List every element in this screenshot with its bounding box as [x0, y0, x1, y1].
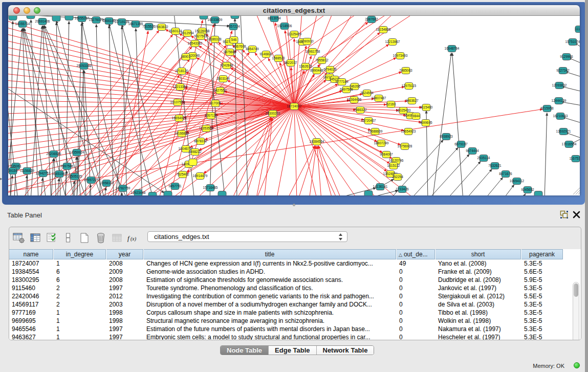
graph-node[interactable]: 9699695: [419, 120, 432, 126]
cell-short[interactable]: Jankovic et al. (1997): [435, 285, 521, 293]
cell-name[interactable]: 14569117: [9, 301, 54, 309]
cell-name[interactable]: 9463627: [9, 334, 54, 340]
graph-node[interactable]: 15716485: [203, 185, 218, 191]
graph-node[interactable]: 10719135: [115, 19, 129, 26]
tab-edge-table[interactable]: Edge Table: [269, 346, 316, 355]
cell-title[interactable]: Estimation of significance thresholds fo…: [144, 276, 397, 285]
cell-pagerank[interactable]: 5.3E-5: [521, 301, 563, 309]
graph-node[interactable]: 8160124: [169, 28, 182, 35]
table-row[interactable]: 946362711997Embryonic stem cells: a mode…: [9, 334, 581, 340]
graph-node[interactable]: 2803144: [216, 76, 230, 82]
graph-node[interactable]: [189, 159, 197, 166]
cell-pagerank[interactable]: 5.3E-5: [521, 285, 563, 293]
graph-node[interactable]: 20691406: [35, 18, 50, 25]
graph-node[interactable]: 417006: [210, 100, 221, 107]
graph-node[interactable]: [9, 16, 17, 20]
graph-node[interactable]: 9997586: [60, 163, 74, 170]
graph-node[interactable]: 7632621: [488, 163, 502, 169]
graph-node[interactable]: 15751074: [565, 39, 580, 46]
graph-node[interactable]: 9115460: [420, 104, 433, 111]
delete-table-icon[interactable]: [94, 232, 107, 244]
graph-node[interactable]: 10807487: [372, 95, 386, 102]
cell-name[interactable]: 9465546: [9, 325, 54, 334]
graph-node[interactable]: 9084067: [380, 151, 393, 158]
column-header-title[interactable]: title: [144, 249, 396, 259]
graph-node[interactable]: 8215958: [540, 105, 554, 112]
cell-pagerank[interactable]: 5.5E-5: [521, 293, 563, 301]
tab-node-table[interactable]: Node Table: [221, 346, 269, 355]
cell-name[interactable]: 18300295: [9, 276, 54, 285]
graph-node[interactable]: 2087682: [365, 16, 378, 23]
new-table-icon[interactable]: [78, 232, 91, 244]
graph-node[interactable]: 25300203: [266, 111, 280, 117]
cell-year[interactable]: 2009: [106, 268, 144, 276]
cell-in-degree[interactable]: 1: [54, 334, 106, 340]
graph-node[interactable]: 1615112: [387, 163, 400, 169]
graph-node[interactable]: 8990448: [310, 68, 323, 74]
graph-node[interactable]: 25053346: [77, 63, 92, 70]
table-row[interactable]: 1872400712008Changes of HCN gene express…: [9, 260, 581, 268]
cell-short[interactable]: Dudbridge et al. (2008): [435, 276, 521, 285]
graph-node[interactable]: 2935114: [477, 155, 490, 162]
graph-node[interactable]: [218, 191, 226, 196]
graph-node[interactable]: 16033809: [208, 17, 223, 24]
graph-node[interactable]: 14136141: [373, 184, 388, 190]
graph-node[interactable]: [65, 16, 73, 20]
graph-node[interactable]: 19166829: [175, 130, 189, 137]
cell-name[interactable]: 19384554: [9, 268, 54, 276]
graph-node[interactable]: 8186328: [208, 36, 222, 43]
cell-out-de[interactable]: 0: [397, 325, 435, 334]
graph-node[interactable]: 9227342: [556, 68, 570, 74]
graph-node[interactable]: [364, 191, 373, 196]
table-row[interactable]: 2242004622012Investigating the contribut…: [9, 293, 581, 301]
cell-short[interactable]: Yano et al. (2008): [435, 260, 521, 268]
graph-node[interactable]: 8938923: [440, 134, 453, 140]
cell-out-de[interactable]: 0: [397, 301, 435, 309]
cell-pagerank[interactable]: 5.3E-5: [521, 325, 563, 334]
graph-node[interactable]: 11451941: [52, 171, 67, 178]
graph-node[interactable]: 3498222: [188, 149, 202, 156]
tab-network-table[interactable]: Network Table: [317, 346, 374, 355]
graph-node[interactable]: 39159: [8, 168, 17, 174]
graph-node[interactable]: [534, 191, 542, 196]
cell-year[interactable]: 2008: [106, 260, 144, 268]
cell-in-degree[interactable]: 6: [54, 268, 106, 276]
show-column-settings-icon[interactable]: [12, 232, 26, 244]
graph-node[interactable]: 19654923: [401, 128, 416, 135]
cell-pagerank[interactable]: 5.3E-5: [521, 334, 563, 340]
graph-node[interactable]: 10958107: [99, 180, 114, 187]
cell-in-degree[interactable]: 2: [54, 301, 106, 309]
splitter-handle[interactable]: [293, 204, 295, 206]
cell-name[interactable]: 9699695: [9, 317, 54, 325]
cell-short[interactable]: Tibbo et al. (1998): [435, 309, 521, 317]
graph-node[interactable]: 7625402: [176, 171, 189, 178]
graph-node[interactable]: 16671355: [128, 21, 143, 28]
table-row[interactable]: 977716911998Corpus callosum shape and si…: [9, 309, 581, 317]
graph-node[interactable]: 9844: [412, 113, 420, 120]
graph-node[interactable]: 98901: [181, 54, 190, 60]
graph-node[interactable]: 19218506: [277, 23, 292, 30]
cell-pagerank[interactable]: 5.3E-5: [521, 317, 563, 325]
table-row[interactable]: 1456911722003Disruption of a novel membe…: [9, 301, 581, 309]
cell-title[interactable]: Embryonic stem cells: a model to study s…: [144, 334, 397, 340]
graph-node[interactable]: 11325419: [287, 31, 302, 38]
column-header-name[interactable]: name: [9, 249, 53, 259]
cell-title[interactable]: Tourette syndrome. Phenomenology and cla…: [144, 285, 397, 293]
graph-node[interactable]: 12923448: [131, 190, 146, 196]
graph-node[interactable]: 9242848: [220, 62, 233, 69]
network-window-titlebar[interactable]: citations_edges.txt: [8, 5, 580, 16]
float-window-icon[interactable]: [560, 210, 569, 219]
graph-node[interactable]: 8471676: [499, 171, 512, 178]
graph-node[interactable]: 15720407: [361, 118, 376, 124]
function-builder-icon[interactable]: f(x): [127, 232, 140, 244]
cell-title[interactable]: Corpus callosum shape and size in male p…: [144, 309, 397, 317]
cell-title[interactable]: Estimation of the future numbers of pati…: [144, 325, 397, 334]
cell-name[interactable]: 9777169: [9, 309, 54, 317]
graph-node[interactable]: 9245652: [521, 187, 534, 193]
graph-node[interactable]: 8454749: [246, 46, 259, 53]
cell-pagerank[interactable]: 5.9E-5: [521, 276, 563, 285]
graph-node[interactable]: 7485063: [399, 68, 412, 74]
graph-node[interactable]: 12093832: [552, 82, 567, 89]
graph-node[interactable]: 3624554: [360, 90, 374, 97]
cell-title[interactable]: Genome-wide association studies in ADHD.: [144, 268, 397, 276]
